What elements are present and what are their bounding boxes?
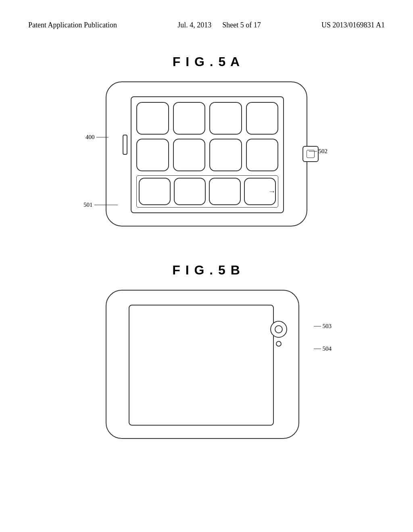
app-icon-6 xyxy=(173,139,206,171)
app-icon-10 xyxy=(174,178,206,206)
label-501: 501 xyxy=(83,202,118,208)
app-icon-3 xyxy=(209,102,242,135)
label-503: 503 xyxy=(314,323,332,330)
sheet-info: Sheet 5 of 17 xyxy=(222,21,261,29)
figure-5b-section: F I G . 5 B xyxy=(86,263,327,451)
publication-label: Patent Application Publication xyxy=(28,20,117,30)
camera-outer-ring xyxy=(270,321,287,338)
app-icon-1 xyxy=(136,102,169,135)
app-icon-11 xyxy=(209,178,241,206)
phone-body-5a: → xyxy=(106,81,307,227)
app-icon-5 xyxy=(136,139,169,171)
app-icon-2 xyxy=(173,102,206,135)
small-circle-504 xyxy=(276,341,282,347)
figure-5a-title: F I G . 5 A xyxy=(173,54,240,69)
patent-number: US 2013/0169831 A1 xyxy=(321,20,385,30)
app-icon-7 xyxy=(209,139,242,171)
app-icon-9 xyxy=(139,178,171,206)
device-body-5b xyxy=(106,290,299,439)
app-icon-8 xyxy=(246,139,279,171)
camera-area xyxy=(270,321,287,347)
figures-container: F I G . 5 A xyxy=(0,30,413,475)
label-504: 504 xyxy=(314,345,332,352)
label-502: 502 xyxy=(309,148,328,155)
camera-inner-ring xyxy=(275,325,283,333)
page-header: Patent Application Publication Jul. 4, 2… xyxy=(0,0,413,30)
app-icon-4 xyxy=(246,102,279,135)
page: Patent Application Publication Jul. 4, 2… xyxy=(0,0,413,532)
device-screen-5b xyxy=(129,305,274,426)
volume-button xyxy=(123,135,127,155)
figure-5a-diagram: → 400 501 xyxy=(86,81,327,239)
publication-date: Jul. 4, 2013 xyxy=(177,21,211,29)
label-400: 400 xyxy=(86,134,108,141)
figure-5a-section: F I G . 5 A xyxy=(86,54,327,239)
date-sheet-info: Jul. 4, 2013 Sheet 5 of 17 xyxy=(177,20,261,30)
figure-5b-diagram: 503 504 xyxy=(86,290,327,451)
phone-screen-5a: → xyxy=(131,96,284,213)
figure-5b-title: F I G . 5 B xyxy=(172,263,241,278)
